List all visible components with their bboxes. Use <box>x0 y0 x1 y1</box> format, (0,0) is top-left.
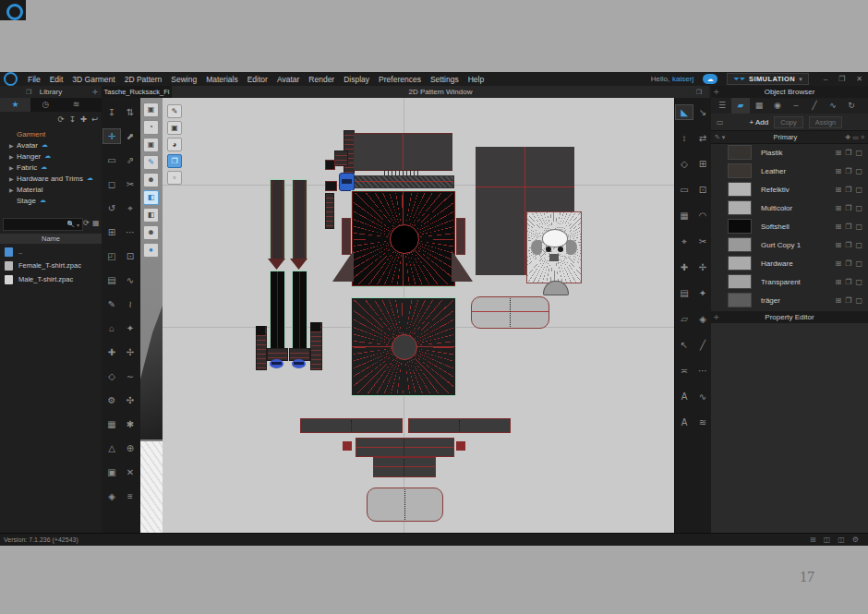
status-icon[interactable]: ◫ <box>824 536 831 544</box>
tool-icon[interactable]: ⌂ <box>103 321 120 335</box>
library-tree-item[interactable]: ▶ Fabric ☁ <box>0 162 102 173</box>
menu-item[interactable]: Avatar <box>272 75 304 84</box>
add-icon[interactable]: ⊞ <box>836 223 842 231</box>
expand-arrow-icon[interactable]: ▶ <box>9 142 17 149</box>
expand-arrow-icon[interactable]: ▶ <box>9 153 17 160</box>
menu-item[interactable]: Display <box>339 75 374 84</box>
pattern-piece-tab[interactable] <box>334 150 348 166</box>
section-tools-icons[interactable]: ✚ ▭ ≡ <box>846 134 864 141</box>
grid-view-icon[interactable]: ▦ <box>92 219 100 227</box>
tool-icon[interactable]: ▭ <box>676 183 693 197</box>
viewport-tool-icon[interactable]: ◧ <box>143 208 159 223</box>
tool-icon[interactable]: ✣ <box>122 393 139 407</box>
strap-chevron[interactable] <box>290 259 307 270</box>
hardware-buckle-blue[interactable] <box>292 359 306 368</box>
fabric-row[interactable]: Gurt Copy 1 ⊞ ❐ ▢ <box>711 235 868 254</box>
pattern-piece-strip[interactable] <box>356 438 454 457</box>
document-tab[interactable]: Tasche_Rucksack_Fi <box>102 86 172 98</box>
fabric-swatch[interactable] <box>728 200 752 215</box>
object-browser-tab-icon[interactable]: ◉ <box>768 98 787 114</box>
fabric-row[interactable]: Hardware ⊞ ❐ ▢ <box>711 254 868 272</box>
fabric-row[interactable]: Plastik ⊞ ❐ ▢ <box>711 143 868 162</box>
tool-icon[interactable]: ⇄ <box>694 131 711 145</box>
pattern-piece-front-starburst[interactable] <box>351 190 456 287</box>
tool-icon[interactable]: A <box>676 415 693 429</box>
object-browser-tab-icon[interactable]: ↻ <box>842 98 861 114</box>
pin-icon[interactable]: ✛ <box>714 89 719 96</box>
object-browser-tab-icon[interactable]: – <box>787 98 805 114</box>
tool-icon[interactable]: ▤ <box>103 273 120 287</box>
tool-icon[interactable]: ▦ <box>103 417 120 431</box>
pin-icon[interactable]: ✛ <box>714 314 719 321</box>
pattern-piece-strip[interactable] <box>373 457 436 477</box>
add-icon[interactable]: ⊞ <box>836 241 842 249</box>
tool-icon[interactable]: ↕ <box>676 131 693 145</box>
tool-icon[interactable]: ⋯ <box>694 364 711 378</box>
pattern-piece-side-strap[interactable] <box>256 326 267 370</box>
3d-garment-shape[interactable] <box>140 306 163 439</box>
tool-icon[interactable]: ⚙ <box>103 393 120 407</box>
pattern-piece-strip[interactable] <box>300 418 403 433</box>
pattern-piece-skull-print[interactable] <box>526 211 582 283</box>
pattern-view-icon[interactable]: ✎ <box>167 104 182 118</box>
pattern-view-icon[interactable]: ❐ <box>167 154 182 168</box>
viewport-tool-icon[interactable]: ▣ <box>143 138 159 152</box>
fabric-row[interactable]: Refelktiv ⊞ ❐ ▢ <box>711 180 868 199</box>
copy-icon[interactable]: ❐ <box>845 204 851 212</box>
tool-icon[interactable]: ◠ <box>694 209 711 223</box>
tool-icon[interactable]: ◻ <box>103 177 120 191</box>
tool-icon[interactable]: ✦ <box>122 321 139 335</box>
tool-icon[interactable]: ✚ <box>676 260 693 274</box>
fabric-section-header[interactable]: ✎ ▾ Primary ✚ ▭ ≡ <box>711 130 868 144</box>
simulation-button[interactable]: ⏷⏷ SIMULATION ▾ <box>727 73 808 85</box>
pattern-piece-strip[interactable] <box>408 418 511 433</box>
fabric-swatch[interactable] <box>728 256 752 271</box>
pattern-piece-pouch[interactable] <box>471 296 549 329</box>
menu-item[interactable]: Editor <box>243 75 272 84</box>
options-icon[interactable]: ▢ <box>855 278 862 286</box>
refresh-icon[interactable]: ⟳ <box>83 219 90 227</box>
menu-item[interactable]: File <box>23 75 45 84</box>
options-icon[interactable]: ▢ <box>855 186 862 194</box>
library-file-item[interactable]: Male_T-shirt.zpac <box>0 272 102 286</box>
copy-icon[interactable]: ❐ <box>845 186 851 194</box>
add-icon[interactable]: ⊞ <box>836 167 842 175</box>
menu-item[interactable]: Sewing <box>166 75 201 84</box>
tool-icon[interactable]: ⌖ <box>122 201 139 215</box>
tool-icon[interactable]: ▭ <box>103 153 120 167</box>
copy-icon[interactable]: ❐ <box>845 259 851 268</box>
pattern-piece-shoulder-strap-lower[interactable] <box>292 271 307 350</box>
fabric-row[interactable]: Softshell ⊞ ❐ ▢ <box>711 217 868 235</box>
options-icon[interactable]: ▢ <box>855 296 862 305</box>
pattern-piece-pouch[interactable] <box>367 488 443 522</box>
edit-icon[interactable]: ✎ ▾ <box>715 134 725 141</box>
pattern-piece-side-strip[interactable] <box>342 218 351 255</box>
app-logo-icon[interactable] <box>4 72 18 86</box>
library-tree-item[interactable]: ▶ Hardware and Trims ☁ <box>0 173 102 184</box>
library-tab-icon[interactable]: ≋ <box>61 98 91 112</box>
object-browser-tab-icon[interactable]: ▰ <box>731 98 750 114</box>
copy-icon[interactable]: ❐ <box>845 149 851 157</box>
object-browser-tab-icon[interactable]: ▦ <box>750 98 768 114</box>
window-control-icon[interactable]: ❐ <box>833 75 850 83</box>
library-tool-icon[interactable]: ↩ <box>91 114 98 126</box>
tool-icon[interactable]: ⋯ <box>122 225 139 239</box>
fabric-swatch[interactable] <box>728 293 752 307</box>
tool-icon[interactable]: ↧ <box>103 105 120 119</box>
2d-pattern-canvas[interactable]: ✎▣◕❐▫ <box>163 98 674 533</box>
tool-icon[interactable]: ✢ <box>122 345 139 359</box>
tool-icon[interactable]: ✚ <box>103 345 120 359</box>
options-icon[interactable]: ▢ <box>855 223 862 231</box>
expand-arrow-icon[interactable]: ▶ <box>9 187 17 193</box>
fabric-row[interactable]: Leather ⊞ ❐ ▢ <box>711 162 868 180</box>
object-browser-tab-icon[interactable]: ╱ <box>805 98 824 114</box>
pattern-view-icon[interactable]: ▣ <box>167 121 182 135</box>
add-icon[interactable]: ⊞ <box>836 259 842 268</box>
tool-icon[interactable]: ↘ <box>694 105 711 119</box>
pattern-piece-shoulder-strap[interactable] <box>270 179 285 260</box>
pattern-view-icon[interactable]: ▫ <box>167 171 182 185</box>
tool-icon[interactable]: ⇗ <box>122 153 139 167</box>
viewport-tool-icon[interactable]: ◧ <box>143 190 159 205</box>
fabric-swatch[interactable] <box>728 237 752 252</box>
pattern-piece-webbing-strap[interactable] <box>353 175 454 188</box>
